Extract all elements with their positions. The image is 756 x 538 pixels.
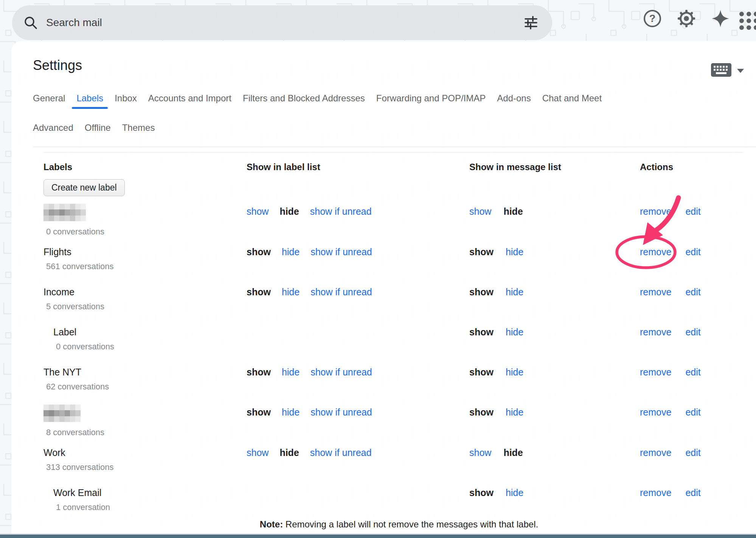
show-in-message-list-option[interactable]: show bbox=[469, 287, 494, 298]
search-input[interactable]: Search mail bbox=[46, 17, 523, 29]
edit-label-link[interactable]: edit bbox=[685, 327, 700, 338]
remove-label-link[interactable]: remove bbox=[640, 287, 671, 298]
table-row: Work Email 1 conversation show hide remo… bbox=[43, 478, 743, 518]
settings-tabs: General Labels Inbox Accounts and Import… bbox=[11, 92, 756, 147]
tabs-divider bbox=[33, 147, 756, 147]
table-row: 8 conversations show hide show if unread… bbox=[43, 397, 743, 437]
redacted-label-pixelation bbox=[43, 405, 243, 423]
remove-label-link[interactable]: remove bbox=[640, 206, 671, 217]
show-if-unread-option[interactable]: show if unread bbox=[310, 367, 372, 378]
label-name: Flights bbox=[43, 247, 243, 257]
show-in-label-list-option[interactable]: show bbox=[247, 367, 271, 378]
hide-in-label-list-option[interactable]: hide bbox=[279, 447, 299, 458]
hide-in-label-list-option[interactable]: hide bbox=[282, 287, 300, 298]
show-in-label-list-option[interactable]: show bbox=[247, 407, 271, 418]
tab-accounts-and-import[interactable]: Accounts and Import bbox=[148, 93, 231, 104]
show-if-unread-option[interactable]: show if unread bbox=[310, 287, 372, 298]
label-name: Income bbox=[43, 287, 243, 298]
edit-label-link[interactable]: edit bbox=[685, 487, 700, 498]
show-in-message-list-option[interactable]: show bbox=[469, 327, 494, 338]
edit-label-link[interactable]: edit bbox=[685, 407, 700, 418]
search-icon[interactable] bbox=[23, 16, 38, 30]
dropdown-arrow-icon[interactable] bbox=[737, 69, 744, 73]
remove-label-link[interactable]: remove bbox=[640, 487, 671, 498]
show-in-message-list-option[interactable]: show bbox=[469, 247, 494, 257]
show-in-message-list-option[interactable]: show bbox=[469, 407, 494, 418]
show-in-message-list-option[interactable]: show bbox=[469, 487, 494, 498]
apps-grid-icon[interactable] bbox=[739, 11, 756, 32]
tab-offline[interactable]: Offline bbox=[85, 122, 111, 133]
label-count: 1 conversation bbox=[43, 502, 243, 512]
label-name: The NYT bbox=[43, 367, 243, 378]
show-if-unread-option[interactable]: show if unread bbox=[310, 206, 372, 217]
gear-icon[interactable] bbox=[677, 9, 696, 28]
hide-in-message-list-option[interactable]: hide bbox=[503, 447, 523, 458]
show-if-unread-option[interactable]: show if unread bbox=[310, 247, 372, 257]
edit-label-link[interactable]: edit bbox=[685, 447, 700, 458]
label-count: 313 conversations bbox=[43, 462, 243, 472]
page-title: Settings bbox=[33, 57, 82, 73]
tab-inbox[interactable]: Inbox bbox=[115, 93, 137, 104]
footer-note-prefix: Note: bbox=[260, 519, 283, 529]
remove-label-link[interactable]: remove bbox=[640, 407, 671, 418]
table-row: Label 0 conversations show hide remove e… bbox=[43, 317, 743, 357]
hide-in-message-list-option[interactable]: hide bbox=[503, 206, 523, 217]
show-if-unread-option[interactable]: show if unread bbox=[310, 447, 372, 458]
show-in-label-list-option[interactable]: show bbox=[247, 247, 271, 257]
tab-themes[interactable]: Themes bbox=[122, 122, 155, 133]
remove-label-link[interactable]: remove bbox=[640, 367, 671, 378]
tune-icon[interactable] bbox=[523, 15, 539, 30]
hide-in-message-list-option[interactable]: hide bbox=[506, 287, 523, 298]
show-in-message-list-option[interactable]: show bbox=[469, 206, 491, 217]
hide-in-message-list-option[interactable]: hide bbox=[506, 407, 523, 418]
remove-label-link[interactable]: remove bbox=[640, 327, 671, 338]
show-in-label-list-option[interactable]: show bbox=[247, 447, 269, 458]
table-row: Income 5 conversations show hide show if… bbox=[43, 277, 743, 317]
edit-label-link[interactable]: edit bbox=[685, 287, 700, 298]
edit-label-link[interactable]: edit bbox=[685, 206, 700, 217]
label-count: 0 conversations bbox=[43, 342, 243, 352]
hide-in-message-list-option[interactable]: hide bbox=[506, 367, 523, 378]
tab-filters-and-blocked-addresses[interactable]: Filters and Blocked Addresses bbox=[243, 93, 365, 104]
create-new-label-button[interactable]: Create new label bbox=[43, 179, 125, 196]
hide-in-message-list-option[interactable]: hide bbox=[506, 247, 523, 257]
label-name: Work Email bbox=[43, 487, 243, 498]
footer-note: Note: Removing a label will not remove t… bbox=[43, 519, 754, 530]
keyboard-icon[interactable] bbox=[711, 63, 732, 79]
hide-in-message-list-option[interactable]: hide bbox=[506, 487, 523, 498]
input-tools-selector[interactable] bbox=[711, 63, 744, 79]
tab-forwarding-and-pop-imap[interactable]: Forwarding and POP/IMAP bbox=[376, 93, 486, 104]
column-header-show-in-message-list: Show in message list bbox=[467, 153, 637, 172]
remove-label-link[interactable]: remove bbox=[640, 447, 671, 458]
hide-in-message-list-option[interactable]: hide bbox=[506, 327, 523, 338]
tab-chat-and-meet[interactable]: Chat and Meet bbox=[542, 93, 602, 104]
hide-in-label-list-option[interactable]: hide bbox=[282, 367, 300, 378]
table-row: Flights 561 conversations show hide show… bbox=[43, 237, 743, 277]
top-bar: Search mail ? bbox=[0, 0, 756, 41]
show-in-label-list-option[interactable]: show bbox=[247, 287, 271, 298]
help-icon[interactable]: ? bbox=[643, 9, 662, 28]
edit-label-link[interactable]: edit bbox=[685, 247, 700, 257]
label-count: 0 conversations bbox=[43, 227, 243, 237]
show-if-unread-option[interactable]: show if unread bbox=[310, 407, 372, 418]
label-count: 561 conversations bbox=[43, 262, 243, 271]
show-in-label-list-option[interactable]: show bbox=[247, 206, 269, 217]
label-count: 8 conversations bbox=[43, 428, 243, 437]
table-row: The NYT 62 conversations show hide show … bbox=[43, 357, 743, 397]
label-count: 62 conversations bbox=[43, 382, 243, 392]
tab-labels[interactable]: Labels bbox=[76, 93, 103, 104]
hide-in-label-list-option[interactable]: hide bbox=[282, 247, 300, 257]
sparkle-icon[interactable] bbox=[711, 9, 730, 28]
label-name: Work bbox=[43, 447, 243, 458]
tab-advanced[interactable]: Advanced bbox=[33, 122, 73, 133]
column-header-labels: Labels bbox=[43, 153, 243, 172]
hide-in-label-list-option[interactable]: hide bbox=[282, 407, 300, 418]
show-in-message-list-option[interactable]: show bbox=[469, 447, 491, 458]
tab-general[interactable]: General bbox=[33, 93, 65, 104]
remove-label-link-flights[interactable]: remove bbox=[640, 247, 671, 257]
edit-label-link[interactable]: edit bbox=[685, 367, 700, 378]
tab-add-ons[interactable]: Add-ons bbox=[497, 93, 531, 104]
hide-in-label-list-option[interactable]: hide bbox=[279, 206, 299, 217]
search-bar[interactable]: Search mail bbox=[12, 5, 552, 40]
show-in-message-list-option[interactable]: show bbox=[469, 367, 494, 378]
